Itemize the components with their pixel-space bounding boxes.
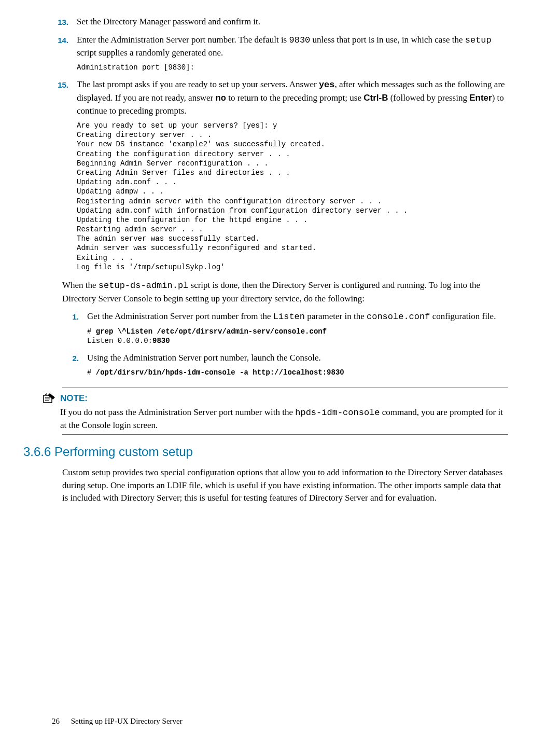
step-text: Enter the Administration Server port num… [77,34,508,60]
step-number: 13. [52,16,77,32]
section-body: Custom setup provides two special config… [62,466,508,505]
setup-steps-first: 13.Set the Directory Manager password an… [52,16,508,276]
step-text: The last prompt asks if you are ready to… [77,78,508,118]
code-block: # /opt/dirsrv/bin/hpds-idm-console -a ht… [87,368,508,377]
step-number: 2. [62,352,87,381]
step-item: 14.Enter the Administration Server port … [52,34,508,76]
step-content: Get the Administration Server port numbe… [87,310,508,350]
svg-line-4 [45,394,46,395]
note-divider-bottom [62,434,508,435]
code-block: # grep \^Listen /etc/opt/dirsrv/admin-se… [87,327,508,346]
step-item: 15.The last prompt asks if you are ready… [52,78,508,276]
step-content: The last prompt asks if you are ready to… [77,78,508,276]
post-setup-paragraph: When the setup-ds-admin.pl script is don… [62,279,508,305]
footer-title: Setting up HP-UX Directory Server [71,717,183,725]
page-number: 26 [52,717,60,725]
note-text: If you do not pass the Administration Se… [60,406,508,432]
step-number: 14. [52,34,77,76]
code-block: Are you ready to set up your servers? [y… [77,121,508,272]
step-number: 1. [62,310,87,350]
step-content: Set the Directory Manager password and c… [77,16,508,32]
note-box: NOTE: If you do not pass the Administrat… [62,388,508,435]
note-icon [41,392,56,409]
section-heading: 3.6.6 Performing custom setup [23,443,508,461]
step-text: Set the Directory Manager password and c… [77,16,508,29]
step-content: Using the Administration Server port num… [87,352,508,381]
note-label: NOTE: [60,392,508,405]
step-item: 1.Get the Administration Server port num… [62,310,508,350]
step-number: 15. [52,78,77,276]
code-block: Administration port [9830]: [77,63,508,72]
step-content: Enter the Administration Server port num… [77,34,508,76]
step-text: Using the Administration Server port num… [87,352,508,365]
setup-steps-second: 1.Get the Administration Server port num… [62,310,508,381]
step-item: 13.Set the Directory Manager password an… [52,16,508,32]
step-text: Get the Administration Server port numbe… [87,310,508,324]
note-divider-top [62,388,508,388]
page-footer: 26 Setting up HP-UX Directory Server [52,716,183,727]
step-item: 2.Using the Administration Server port n… [62,352,508,381]
